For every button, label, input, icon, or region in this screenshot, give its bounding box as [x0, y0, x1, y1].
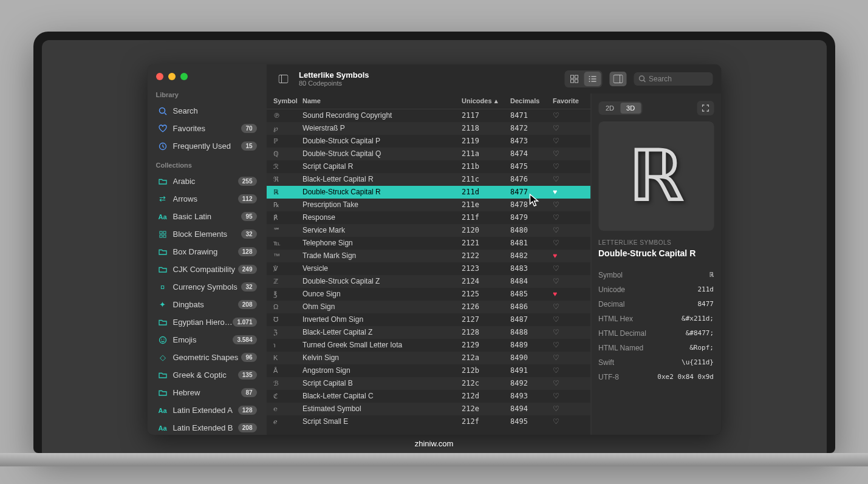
- property-value[interactable]: 0xe2 0x84 0x9d: [657, 373, 714, 381]
- favorite-toggle[interactable]: ♡: [553, 162, 559, 171]
- favorite-toggle[interactable]: ♡: [553, 200, 559, 209]
- favorite-toggle[interactable]: ♥: [553, 290, 557, 298]
- collection-item-block-elements[interactable]: Block Elements32: [151, 226, 262, 243]
- collection-item-latin-extended-b[interactable]: AaLatin Extended B208: [151, 420, 262, 435]
- favorite-toggle[interactable]: ♡: [553, 137, 559, 145]
- table-row[interactable]: ΩOhm Sign21268486♡: [266, 301, 590, 313]
- favorite-toggle[interactable]: ♡: [553, 124, 559, 132]
- col-decimals[interactable]: Decimals: [510, 97, 553, 105]
- col-unicodes[interactable]: Unicodes▴: [462, 97, 510, 105]
- property-value[interactable]: 211d: [698, 285, 714, 294]
- col-favorite[interactable]: Favorite: [553, 97, 583, 105]
- table-row[interactable]: ℯScript Small E212f8495♡: [266, 415, 590, 428]
- table-row[interactable]: ℥Ounce Sign21258485♥: [266, 288, 590, 301]
- property-value[interactable]: 8477: [698, 300, 714, 308]
- property-value[interactable]: ℝ: [709, 271, 714, 279]
- favorite-toggle[interactable]: ♡: [553, 392, 559, 400]
- expand-preview-button[interactable]: [697, 101, 714, 115]
- table-row[interactable]: ℨBlack-Letter Capital Z21288488♡: [266, 326, 590, 339]
- favorite-toggle[interactable]: ♡: [553, 175, 559, 183]
- table-row[interactable]: ℣Versicle21238483♡: [266, 262, 590, 275]
- view-3d-button[interactable]: 3D: [620, 103, 641, 114]
- collection-item-greek-coptic[interactable]: Greek & Coptic135: [151, 367, 262, 384]
- table-row[interactable]: ™Trade Mark Sign21228482♥: [266, 250, 590, 262]
- maximize-window-button[interactable]: [180, 73, 187, 80]
- property-value[interactable]: \u{211d}: [682, 358, 714, 367]
- library-item-frequently-used[interactable]: Frequently Used15: [151, 138, 262, 155]
- collection-item-arabic[interactable]: Arabic255: [151, 173, 262, 190]
- collection-item-geometric-shapes[interactable]: ◇Geometric Shapes96: [151, 349, 262, 366]
- sidebar-item-label: Frequently Used: [173, 141, 241, 151]
- col-name[interactable]: Name: [302, 97, 462, 105]
- table-row[interactable]: ℞Prescription Take211e8478♡: [266, 199, 590, 211]
- favorite-toggle[interactable]: ♡: [553, 417, 559, 426]
- table-row[interactable]: ℡Telephone Sign21218481♡: [266, 237, 590, 250]
- close-window-button[interactable]: [155, 73, 163, 80]
- favorite-toggle[interactable]: ♥: [553, 251, 557, 260]
- minimize-window-button[interactable]: [168, 73, 175, 80]
- favorite-toggle[interactable]: ♡: [553, 111, 559, 120]
- table-row[interactable]: ℛScript Capital R211b8475♡: [266, 160, 590, 173]
- table-row[interactable]: ℧Inverted Ohm Sign21278487♡: [266, 313, 590, 326]
- favorite-toggle[interactable]: ♡: [553, 264, 559, 273]
- favorite-toggle[interactable]: ♡: [553, 379, 559, 387]
- table-row[interactable]: ℤDouble-Struck Capital Z21248484♡: [266, 275, 590, 288]
- property-value[interactable]: &Ropf;: [689, 344, 714, 352]
- view-2d-button[interactable]: 2D: [600, 103, 620, 114]
- collection-item-currency-symbols[interactable]: ¤Currency Symbols32: [151, 279, 262, 296]
- table-row[interactable]: KKelvin Sign212a8490♡: [266, 352, 590, 364]
- search-input[interactable]: Search: [634, 72, 713, 86]
- toggle-sidebar-button[interactable]: [275, 72, 292, 86]
- favorite-toggle[interactable]: ♡: [553, 404, 559, 413]
- collection-item-cjk-compatibility[interactable]: CJK Compatibility249: [151, 261, 262, 278]
- collection-item-basic-latin[interactable]: AaBasic Latin95: [151, 208, 262, 225]
- table-row[interactable]: ℩Turned Greek Small Letter Iota21298489♡: [266, 339, 590, 352]
- table-row[interactable]: ℙDouble-Struck Capital P21198473♡: [266, 135, 590, 148]
- table-row[interactable]: ℭBlack-Letter Capital C212d8493♡: [266, 390, 590, 403]
- table-row[interactable]: ℗Sound Recording Copyright21178471♡: [266, 109, 590, 122]
- property-value[interactable]: &#8477;: [686, 329, 714, 338]
- cell-name: Double-Struck Capital Q: [302, 149, 462, 158]
- collection-item-box-drawing[interactable]: Box Drawing128: [151, 244, 262, 261]
- table-row[interactable]: ℠Service Mark21208480♡: [266, 224, 590, 237]
- property-value[interactable]: &#x211d;: [682, 315, 714, 323]
- char-table: Symbol Name Unicodes▴ Decimals Favorite …: [266, 94, 590, 435]
- library-item-favorites[interactable]: Favorites70: [151, 120, 262, 137]
- favorite-toggle[interactable]: ♡: [553, 226, 559, 234]
- col-symbol[interactable]: Symbol: [273, 97, 302, 105]
- favorite-toggle[interactable]: ♡: [553, 149, 559, 158]
- table-row[interactable]: ℜBlack-Letter Capital R211c8476♡: [266, 173, 590, 186]
- favorite-toggle[interactable]: ♡: [553, 239, 559, 247]
- grid-view-button[interactable]: [566, 72, 583, 86]
- favorite-toggle[interactable]: ♡: [553, 353, 559, 362]
- collection-item-dingbats[interactable]: ✦Dingbats208: [151, 296, 262, 313]
- svg-line-25: [643, 80, 645, 82]
- sidebar-item-label: Emojis: [173, 335, 233, 344]
- collection-item-emojis[interactable]: Emojis3.584: [151, 332, 262, 349]
- table-body[interactable]: ℗Sound Recording Copyright21178471♡℘Weie…: [266, 109, 590, 435]
- collection-item-latin-extended-a[interactable]: AaLatin Extended A128: [151, 402, 262, 419]
- count-badge: 112: [238, 194, 256, 203]
- library-item-search[interactable]: Search: [151, 103, 262, 120]
- favorite-toggle[interactable]: ♡: [553, 277, 559, 285]
- favorite-toggle[interactable]: ♡: [553, 302, 559, 311]
- favorite-toggle[interactable]: ♡: [553, 366, 559, 375]
- table-row[interactable]: ℟Response211f8479♡: [266, 211, 590, 224]
- favorite-toggle[interactable]: ♡: [553, 328, 559, 336]
- favorite-toggle[interactable]: ♡: [553, 213, 559, 222]
- favorite-toggle[interactable]: ♥: [553, 188, 557, 196]
- table-row[interactable]: ℬScript Capital B212c8492♡: [266, 377, 590, 390]
- table-row[interactable]: ℘Weierstraß P21188472♡: [266, 122, 590, 135]
- table-row[interactable]: ℮Estimated Symbol212e8494♡: [266, 403, 590, 415]
- favorite-toggle[interactable]: ♡: [553, 341, 559, 349]
- favorite-toggle[interactable]: ♡: [553, 315, 559, 324]
- collection-item-hebrew[interactable]: Hebrew87: [151, 384, 262, 401]
- cell-name: Script Capital R: [302, 162, 462, 171]
- collection-item-arrows[interactable]: ⇄Arrows112: [151, 191, 262, 208]
- table-row[interactable]: ℝDouble-Struck Capital R211d8477♥: [266, 186, 590, 199]
- table-row[interactable]: ÅAngstrom Sign212b8491♡: [266, 364, 590, 377]
- table-row[interactable]: ℚDouble-Struck Capital Q211a8474♡: [266, 148, 590, 160]
- collection-item-egyptian-hieroglyphs[interactable]: Egyptian Hieroglyphs1.071: [151, 314, 262, 331]
- list-view-button[interactable]: [584, 72, 601, 86]
- toggle-detail-button[interactable]: [609, 72, 626, 86]
